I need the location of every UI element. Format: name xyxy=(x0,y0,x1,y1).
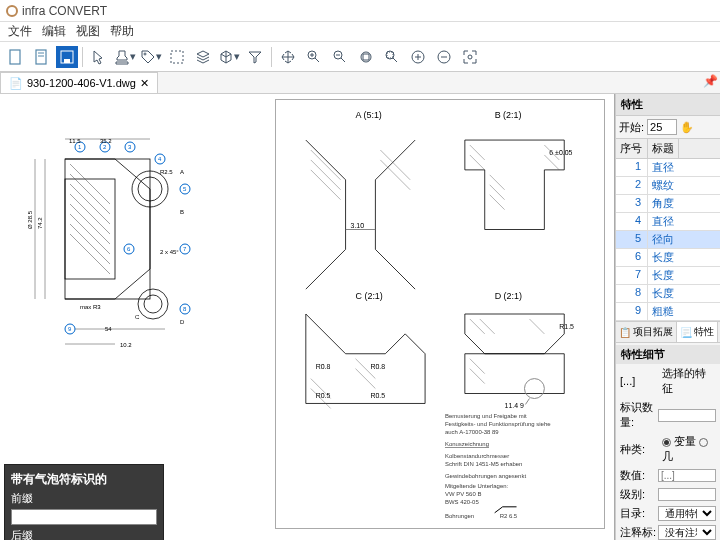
hand-icon[interactable]: ✋ xyxy=(680,121,694,134)
feature-row[interactable]: 4直径 xyxy=(616,213,720,231)
svg-text:R0.5: R0.5 xyxy=(370,392,385,399)
document-tab[interactable]: 📄 930-1200-406-V1.dwg ✕ xyxy=(0,72,158,93)
svg-text:R1.5: R1.5 xyxy=(559,323,574,330)
doc-icon: 📄 xyxy=(9,77,23,90)
svg-text:R2 6.5: R2 6.5 xyxy=(500,513,518,519)
view3d-icon[interactable]: ▾ xyxy=(217,45,241,69)
start-input[interactable] xyxy=(647,119,677,135)
value-input[interactable] xyxy=(658,469,716,482)
app-logo-icon xyxy=(6,5,18,17)
new-doc-icon[interactable] xyxy=(4,45,28,69)
col-num: 序号 xyxy=(616,139,648,158)
radio-variable[interactable] xyxy=(662,438,671,447)
selected-label: [...] xyxy=(620,375,662,387)
properties-panel: 特性 开始: ✋ 序号 标题 1直径2螺纹3角度4直径5径向6长度7长度8长度9… xyxy=(615,94,720,540)
col-title: 标题 xyxy=(648,139,679,158)
suffix-label: 后缀 xyxy=(11,528,157,540)
svg-text:Ø 28.5: Ø 28.5 xyxy=(27,210,33,229)
detail-views: A (5:1) B (2:1) C (2:1) D (2:1) 3.10 6 ±… xyxy=(275,99,605,529)
svg-text:54: 54 xyxy=(105,326,112,332)
tag-icon[interactable]: ▾ xyxy=(139,45,163,69)
svg-point-4 xyxy=(144,53,146,55)
stamp-icon[interactable]: ▾ xyxy=(113,45,137,69)
zoom-out-icon[interactable] xyxy=(328,45,352,69)
zoom-extents-icon[interactable] xyxy=(458,45,482,69)
feature-row[interactable]: 9粗糙 xyxy=(616,303,720,321)
open-doc-icon[interactable] xyxy=(30,45,54,69)
layers-icon[interactable] xyxy=(191,45,215,69)
feature-row[interactable]: 3角度 xyxy=(616,195,720,213)
menu-help[interactable]: 帮助 xyxy=(110,23,134,40)
svg-text:auch A-17000-38 89: auch A-17000-38 89 xyxy=(445,429,499,435)
svg-text:R0.5: R0.5 xyxy=(316,392,331,399)
value-label: 数值: xyxy=(620,468,658,483)
menu-bar: 文件 编辑 视图 帮助 xyxy=(0,22,720,42)
prefix-label: 前缀 xyxy=(11,491,157,506)
feature-row[interactable]: 7长度 xyxy=(616,267,720,285)
save-icon[interactable] xyxy=(56,46,78,68)
zoom-fit-icon[interactable] xyxy=(354,45,378,69)
popup-title: 带有气泡符标识的 xyxy=(11,471,157,488)
feature-row[interactable]: 6长度 xyxy=(616,249,720,267)
feature-row[interactable]: 5径向 xyxy=(616,231,720,249)
svg-text:Schrift DIN 1451-M5 erhaben: Schrift DIN 1451-M5 erhaben xyxy=(445,461,522,467)
main-drawing: 1 2 3 4 5 6 7 8 9 11.535.2 Ø 28.5 74.2 5… xyxy=(5,99,265,369)
count-input[interactable] xyxy=(658,409,716,422)
svg-rect-15 xyxy=(65,159,150,299)
svg-text:6 ±0.05: 6 ±0.05 xyxy=(549,149,572,156)
tab-label: 930-1200-406-V1.dwg xyxy=(27,77,136,89)
balloon-popup: 带有气泡符标识的 前缀 后缀 目录 自动搜索 注释标: 没有注释标 xyxy=(4,464,164,540)
feature-row[interactable]: 8长度 xyxy=(616,285,720,303)
pointer-icon[interactable] xyxy=(87,45,111,69)
kind-radios: 变量 几 xyxy=(662,434,716,464)
svg-point-14 xyxy=(468,55,472,59)
svg-text:R2.5: R2.5 xyxy=(160,169,173,175)
detail-a-label: A (5:1) xyxy=(356,110,382,120)
panel-title: 特性 xyxy=(616,94,720,116)
svg-text:D: D xyxy=(180,319,185,325)
radio-geom[interactable] xyxy=(699,438,708,447)
zoom-in-icon[interactable] xyxy=(302,45,326,69)
svg-text:35.2: 35.2 xyxy=(100,138,112,144)
feature-row[interactable]: 2螺纹 xyxy=(616,177,720,195)
svg-text:C: C xyxy=(135,314,140,320)
minus-icon[interactable] xyxy=(432,45,456,69)
feature-row[interactable]: 1直径 xyxy=(616,159,720,177)
level-input[interactable] xyxy=(658,488,716,501)
svg-rect-3 xyxy=(64,59,70,63)
content-area: 1 2 3 4 5 6 7 8 9 11.535.2 Ø 28.5 74.2 5… xyxy=(0,94,720,540)
pan-icon[interactable] xyxy=(276,45,300,69)
catalog-select2[interactable]: 通用特性 xyxy=(658,506,716,521)
toolbar: ▾ ▾ ▾ xyxy=(0,42,720,72)
menu-edit[interactable]: 编辑 xyxy=(42,23,66,40)
feature-table: 1直径2螺纹3角度4直径5径向6长度7长度8长度9粗糙 xyxy=(616,159,720,321)
filter-icon[interactable] xyxy=(243,45,267,69)
menu-view[interactable]: 视图 xyxy=(76,23,100,40)
svg-rect-11 xyxy=(387,52,393,58)
svg-text:Bohrungen: Bohrungen xyxy=(445,513,474,519)
prefix-input[interactable] xyxy=(11,509,157,525)
menu-file[interactable]: 文件 xyxy=(8,23,32,40)
svg-rect-5 xyxy=(171,51,183,63)
plus-icon[interactable] xyxy=(406,45,430,69)
select-area-icon[interactable] xyxy=(165,45,189,69)
table-header: 序号 标题 xyxy=(616,139,720,159)
svg-text:Gewindebohrungen angesenkt: Gewindebohrungen angesenkt xyxy=(445,473,526,479)
svg-point-20 xyxy=(144,295,162,313)
svg-text:max R3: max R3 xyxy=(80,304,101,310)
zoom-window-icon[interactable] xyxy=(380,45,404,69)
svg-point-19 xyxy=(138,289,168,319)
close-tab-icon[interactable]: ✕ xyxy=(140,77,149,90)
svg-text:2 x 45°: 2 x 45° xyxy=(160,249,179,255)
start-row: 开始: ✋ xyxy=(616,116,720,139)
tab-project[interactable]: 📋项目拓展 xyxy=(616,322,677,342)
app-name: infra CONVERT xyxy=(22,4,107,18)
tab-properties[interactable]: 📃特性 xyxy=(677,322,718,342)
pin-icon[interactable]: 📌 xyxy=(703,74,718,88)
annot-select2[interactable]: 没有注释标识 xyxy=(658,525,716,540)
svg-text:Konuszeichnung: Konuszeichnung xyxy=(445,441,489,447)
svg-rect-0 xyxy=(10,50,20,64)
drawing-canvas[interactable]: 1 2 3 4 5 6 7 8 9 11.535.2 Ø 28.5 74.2 5… xyxy=(0,94,615,540)
panel-tabs: 📋项目拓展 📃特性 xyxy=(616,321,720,343)
separator xyxy=(82,47,83,67)
